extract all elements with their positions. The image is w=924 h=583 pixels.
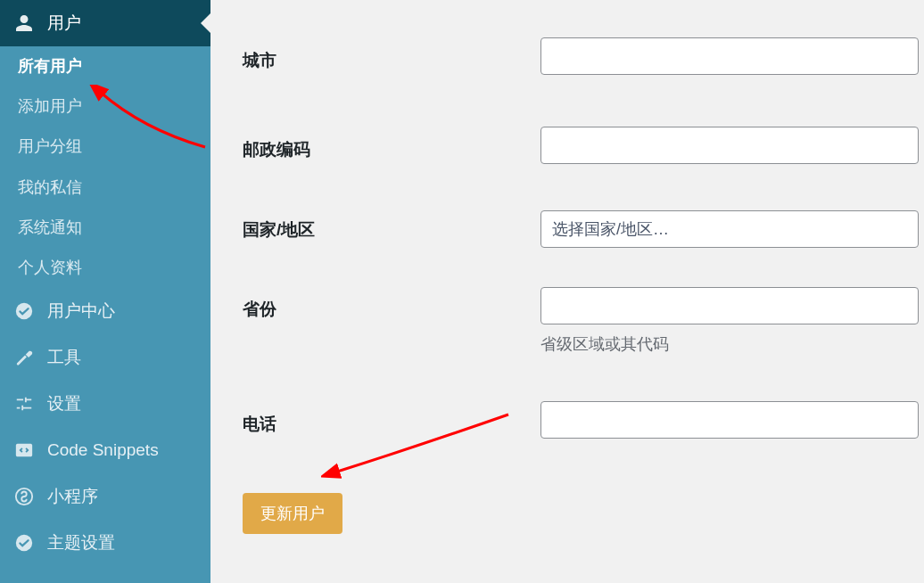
phone-label: 电话 xyxy=(243,413,276,436)
postcode-label: 邮政编码 xyxy=(243,138,310,161)
submenu-private-messages[interactable]: 我的私信 xyxy=(0,168,210,208)
postcode-input[interactable] xyxy=(540,127,919,164)
checkmark-circle-icon xyxy=(13,300,35,322)
menu-settings-label: 设置 xyxy=(47,392,200,415)
checkmark-circle-icon xyxy=(13,532,35,554)
menu-code-snippets[interactable]: Code Snippets xyxy=(0,427,210,473)
menu-miniapp-label: 小程序 xyxy=(47,485,200,508)
country-select[interactable]: 选择国家/地区… xyxy=(540,210,919,248)
menu-user-center-label: 用户中心 xyxy=(47,300,200,323)
update-user-button[interactable]: 更新用户 xyxy=(243,493,342,534)
submenu-add-user[interactable]: 添加用户 xyxy=(0,86,210,127)
code-icon xyxy=(13,439,35,461)
city-label: 城市 xyxy=(243,49,276,72)
menu-code-snippets-label: Code Snippets xyxy=(47,440,200,460)
admin-sidebar: 用户 所有用户 添加用户 用户分组 我的私信 系统通知 个人资料 用户中心 工具… xyxy=(0,0,210,583)
menu-tools-label: 工具 xyxy=(47,346,200,369)
menu-users-label: 用户 xyxy=(47,12,200,35)
menu-users[interactable]: 用户 xyxy=(0,0,210,46)
wrench-icon xyxy=(13,347,35,368)
province-help: 省级区域或其代码 xyxy=(540,333,924,355)
country-label: 国家/地区 xyxy=(243,218,315,242)
menu-theme-settings[interactable]: 主题设置 xyxy=(0,520,210,566)
phone-input[interactable] xyxy=(540,401,919,439)
submenu-user-groups[interactable]: 用户分组 xyxy=(0,127,210,167)
menu-user-center[interactable]: 用户中心 xyxy=(0,288,210,334)
city-input[interactable] xyxy=(540,37,919,75)
submenu-system-notice[interactable]: 系统通知 xyxy=(0,208,210,248)
submenu-all-users[interactable]: 所有用户 xyxy=(0,46,210,86)
sliders-icon xyxy=(13,393,35,415)
link-icon xyxy=(13,486,35,507)
submenu-users: 所有用户 添加用户 用户分组 我的私信 系统通知 个人资料 xyxy=(0,46,210,288)
province-input[interactable] xyxy=(540,287,919,324)
user-icon xyxy=(13,12,35,34)
menu-theme-settings-label: 主题设置 xyxy=(47,531,200,554)
submenu-profile[interactable]: 个人资料 xyxy=(0,248,210,288)
province-label: 省份 xyxy=(243,298,276,321)
menu-miniapp[interactable]: 小程序 xyxy=(0,473,210,520)
main-content: 城市 邮政编码 国家/地区 选择国家/地区… 省份 省级区域或其代码 电话 更新… xyxy=(210,0,924,583)
menu-settings[interactable]: 设置 xyxy=(0,381,210,427)
menu-tools[interactable]: 工具 xyxy=(0,334,210,381)
